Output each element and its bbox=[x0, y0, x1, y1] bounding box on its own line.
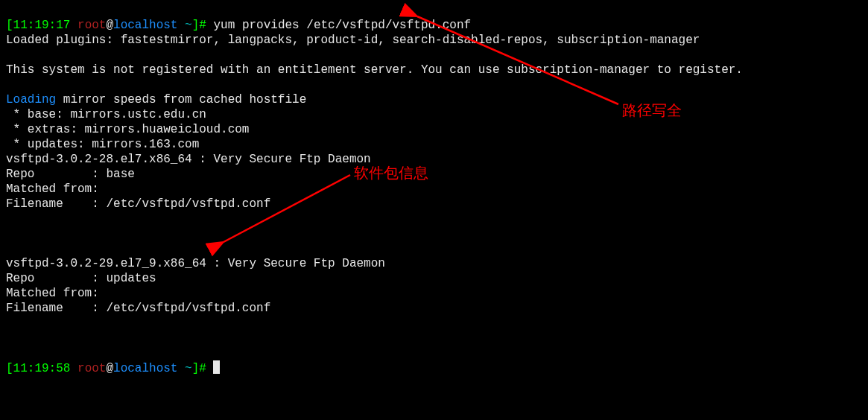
annotation-label-pkg: 软件包信息 bbox=[354, 165, 428, 180]
cursor bbox=[213, 360, 220, 374]
prompt-host: localhost bbox=[113, 362, 177, 375]
output-line: vsftpd-3.0.2-29.el7_9.x86_64 : Very Secu… bbox=[6, 257, 385, 270]
output-line: mirror speeds from cached hostfile bbox=[56, 93, 306, 106]
output-line: Loaded plugins: fastestmirror, langpacks… bbox=[6, 34, 700, 47]
output-line: vsftpd-3.0.2-28.el7.x86_64 : Very Secure… bbox=[6, 153, 371, 166]
prompt-user: root bbox=[70, 19, 106, 32]
output-line: Filename : /etc/vsftpd/vsftpd.conf bbox=[6, 302, 270, 315]
prompt-at: @ bbox=[106, 362, 113, 375]
command-line: yum provides /etc/vsftpd/vsftpd.conf bbox=[206, 19, 471, 32]
output-line: * extras: mirrors.huaweicloud.com bbox=[6, 123, 249, 136]
output-loading: Loading bbox=[6, 93, 56, 106]
prompt-user: root bbox=[70, 362, 106, 375]
output-line: Filename : /etc/vsftpd/vsftpd.conf bbox=[6, 197, 270, 211]
output-line: Repo : updates bbox=[6, 272, 156, 285]
terminal-window[interactable]: [11:19:17 root@localhost ~]# yum provide… bbox=[0, 0, 868, 420]
output-line: This system is not registered with an en… bbox=[6, 63, 743, 77]
output-line: * base: mirrors.ustc.edu.cn bbox=[6, 108, 206, 121]
prompt-at: @ bbox=[106, 19, 113, 32]
prompt-host: localhost bbox=[113, 19, 177, 32]
timestamp: [11:19:58 bbox=[6, 362, 70, 375]
output-line: Repo : base bbox=[6, 168, 135, 181]
prompt-close: ]# bbox=[192, 19, 206, 32]
prompt-path: ~ bbox=[177, 19, 191, 32]
output-line: Matched from: bbox=[6, 182, 99, 196]
command-line bbox=[206, 362, 214, 375]
output-line: * updates: mirrors.163.com bbox=[6, 138, 199, 151]
prompt-path: ~ bbox=[177, 362, 191, 375]
prompt-close: ]# bbox=[192, 362, 206, 375]
output-line: Matched from: bbox=[6, 287, 99, 300]
annotation-label-path: 路径写全 bbox=[622, 103, 682, 118]
timestamp: [11:19:17 bbox=[6, 19, 70, 32]
